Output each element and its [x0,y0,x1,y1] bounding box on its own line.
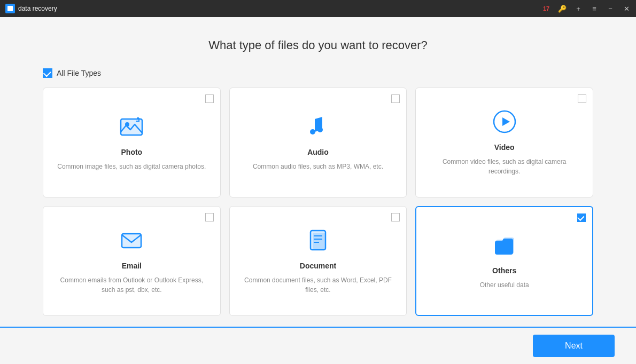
email-icon [119,227,144,255]
close-button[interactable]: ✕ [622,4,631,13]
card-email-checkbox[interactable] [205,213,214,221]
card-photo-desc: Common image files, such as digital came… [57,162,206,171]
card-photo-name: Photo [121,148,143,156]
bottom-bar: Next [0,327,636,364]
card-document-checkbox[interactable] [391,213,400,221]
svg-marker-8 [502,117,510,126]
card-video-desc: Common video files, such as digital came… [426,157,582,176]
add-tab-button[interactable]: + [574,4,583,13]
card-video-checkbox[interactable] [578,94,586,103]
app-logo: data recovery [5,4,57,13]
card-email-desc: Common emails from Outlook or Outlook Ex… [54,275,210,295]
all-file-types-row: All File Types [43,68,593,78]
audio-icon [305,114,331,141]
card-video-name: Video [494,143,515,152]
app-logo-icon [5,4,15,13]
all-file-types-label: All File Types [57,69,101,77]
card-document-desc: Common document files, such as Word, Exc… [241,275,396,295]
card-others[interactable]: Others Other useful data [415,206,593,316]
card-email[interactable]: Email Common emails from Outlook or Outl… [43,206,221,316]
card-audio-checkbox[interactable] [391,94,400,103]
card-photo-checkbox[interactable] [205,94,214,103]
main-content: What type of files do you want to recove… [0,17,636,327]
card-others-name: Others [492,266,516,275]
app-name: data recovery [18,5,57,12]
badge-icon[interactable]: 17 [542,4,550,13]
window-controls: 17 🔑 + ≡ − ✕ [542,4,631,13]
card-document[interactable]: Document Common document files, such as … [229,206,407,316]
svg-rect-0 [7,6,13,11]
page-title: What type of files do you want to recove… [43,38,593,52]
all-file-types-checkbox[interactable] [43,68,52,78]
card-audio-desc: Common audio files, such as MP3, WMA, et… [253,162,383,171]
key-icon[interactable]: 🔑 [558,4,567,13]
card-audio[interactable]: Audio Common audio files, such as MP3, W… [229,88,407,197]
document-icon [305,227,331,255]
photo-icon [119,114,144,141]
card-document-name: Document [300,262,336,270]
minimize-button[interactable]: − [606,4,615,13]
video-icon [492,109,517,137]
others-icon [492,232,517,260]
svg-rect-16 [313,233,325,249]
file-type-cards-grid: Photo Common image files, such as digita… [43,88,593,316]
menu-button[interactable]: ≡ [590,4,599,13]
svg-rect-9 [122,234,141,248]
svg-rect-17 [497,243,510,254]
card-audio-name: Audio [307,148,329,156]
titlebar: data recovery 17 🔑 + ≡ − ✕ [0,0,636,17]
svg-point-5 [317,127,323,132]
card-others-desc: Other useful data [480,280,529,290]
svg-point-4 [310,129,315,134]
card-photo[interactable]: Photo Common image files, such as digita… [43,88,221,197]
card-email-name: Email [122,262,142,270]
card-others-checkbox[interactable] [577,213,586,222]
next-button[interactable]: Next [533,335,615,357]
card-video[interactable]: Video Common video files, such as digita… [415,88,593,197]
